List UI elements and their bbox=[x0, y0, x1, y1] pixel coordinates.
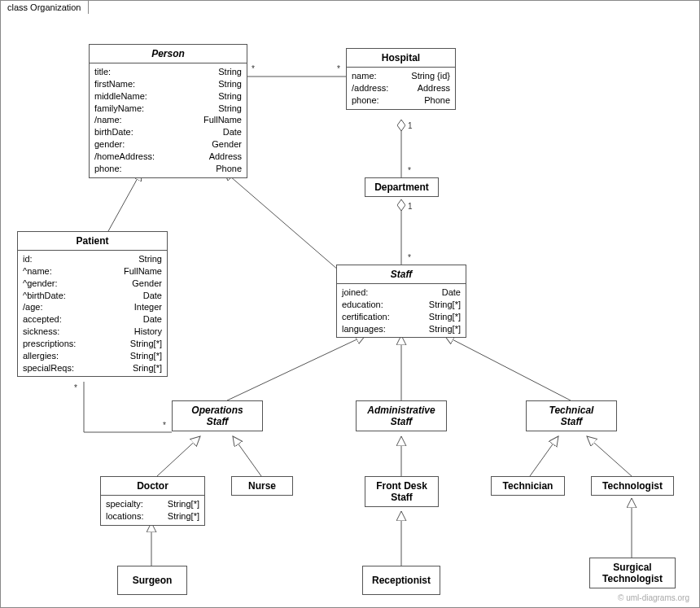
class-nurse-name: Nurse bbox=[232, 477, 292, 495]
svg-line-10 bbox=[157, 436, 200, 476]
attr-row: specialty:String[*] bbox=[106, 498, 199, 510]
class-patient-name: Patient bbox=[18, 232, 167, 251]
attr-row: /homeAddress:Address bbox=[94, 151, 242, 163]
mult-person-hospital-right: * bbox=[337, 64, 340, 73]
attr-row: locations:String[*] bbox=[106, 510, 199, 523]
watermark: © uml-diagrams.org bbox=[618, 593, 689, 602]
class-nurse: Nurse bbox=[231, 476, 293, 496]
class-operations-staff: OperationsStaff bbox=[172, 400, 263, 431]
diagram-frame: class Organization bbox=[0, 0, 700, 608]
class-front-desk-staff-name: Front DeskStaff bbox=[365, 477, 438, 506]
svg-line-3 bbox=[108, 171, 142, 231]
svg-line-4 bbox=[224, 171, 344, 275]
attr-row: name:String {id} bbox=[352, 70, 450, 82]
attr-row: allergies:String[*] bbox=[23, 350, 162, 362]
class-technician: Technician bbox=[491, 476, 565, 496]
class-hospital-name: Hospital bbox=[347, 49, 455, 68]
class-hospital: Hospital name:String {id}/address:Addres… bbox=[346, 48, 456, 110]
svg-line-11 bbox=[233, 436, 261, 476]
attr-row: ^name:FullName bbox=[23, 265, 162, 278]
attr-row: ^gender:Gender bbox=[23, 278, 162, 290]
class-doctor: Doctor specialty:String[*]locations:Stri… bbox=[100, 476, 205, 526]
class-doctor-name: Doctor bbox=[101, 477, 204, 496]
attr-row: ^birthDate:Date bbox=[23, 290, 162, 302]
class-surgeon: Surgeon bbox=[117, 566, 187, 595]
attr-row: joined:Date bbox=[342, 287, 461, 299]
attr-row: birthDate:Date bbox=[94, 126, 242, 138]
attr-row: prescriptions:String[*] bbox=[23, 338, 162, 350]
mult-dept-staff-top: 1 bbox=[408, 202, 413, 211]
mult-hospital-dept-bottom: * bbox=[408, 166, 411, 175]
class-surgical-technologist-name: SurgicalTechnologist bbox=[590, 558, 675, 588]
attr-row: middleName:String bbox=[94, 90, 242, 103]
class-staff-attrs: joined:Dateeducation:String[*]certificat… bbox=[337, 284, 466, 337]
svg-line-7 bbox=[444, 335, 571, 400]
class-technologist: Technologist bbox=[591, 476, 674, 496]
attr-row: accepted:Date bbox=[23, 313, 162, 326]
class-administrative-staff: AdministrativeStaff bbox=[356, 400, 447, 431]
class-hospital-attrs: name:String {id}/address:Addressphone:Ph… bbox=[347, 68, 455, 109]
class-patient: Patient id:String^name:FullName^gender:G… bbox=[17, 231, 168, 377]
attr-row: firstName:String bbox=[94, 78, 242, 90]
class-surgical-technologist: SurgicalTechnologist bbox=[589, 558, 676, 588]
svg-line-13 bbox=[530, 436, 558, 476]
class-technical-staff: TechnicalStaff bbox=[526, 400, 617, 431]
class-technician-name: Technician bbox=[492, 477, 564, 495]
class-department-name: Department bbox=[365, 178, 438, 196]
class-person: Person title:StringfirstName:Stringmiddl… bbox=[89, 44, 247, 178]
class-doctor-attrs: specialty:String[*]locations:String[*] bbox=[101, 496, 204, 525]
attr-row: languages:String[*] bbox=[342, 323, 461, 335]
class-person-attrs: title:StringfirstName:StringmiddleName:S… bbox=[90, 63, 247, 177]
svg-line-5 bbox=[227, 335, 365, 400]
class-patient-attrs: id:String^name:FullName^gender:Gender^bi… bbox=[18, 251, 167, 376]
class-technologist-name: Technologist bbox=[592, 477, 673, 495]
class-department: Department bbox=[365, 177, 439, 197]
attr-row: gender:Gender bbox=[94, 138, 242, 151]
mult-person-hospital-left: * bbox=[252, 64, 255, 73]
attr-row: sickness:History bbox=[23, 326, 162, 338]
frame-title: class Organization bbox=[0, 0, 89, 14]
attr-row: id:String bbox=[23, 253, 162, 265]
class-administrative-staff-name: AdministrativeStaff bbox=[357, 401, 446, 431]
mult-patient-ops-left: * bbox=[74, 383, 77, 392]
attr-row: specialReqs:Sring[*] bbox=[23, 362, 162, 374]
attr-row: /name:FullName bbox=[94, 114, 242, 126]
attr-row: education:String[*] bbox=[342, 299, 461, 311]
class-front-desk-staff: Front DeskStaff bbox=[365, 476, 439, 507]
class-receptionist-name: Receptionist bbox=[363, 566, 440, 594]
class-person-name: Person bbox=[90, 45, 247, 63]
attr-row: /address:Address bbox=[352, 82, 450, 94]
attr-row: phone:Phone bbox=[352, 94, 450, 107]
attr-row: /age:Integer bbox=[23, 301, 162, 313]
mult-patient-ops-right: * bbox=[163, 421, 166, 430]
attr-row: title:String bbox=[94, 66, 242, 78]
mult-dept-staff-bottom: * bbox=[408, 253, 411, 262]
class-operations-staff-name: OperationsStaff bbox=[173, 401, 262, 431]
attr-row: familyName:String bbox=[94, 103, 242, 115]
attr-row: certification:String[*] bbox=[342, 311, 461, 323]
class-staff-name: Staff bbox=[337, 265, 466, 284]
mult-hospital-dept-top: 1 bbox=[408, 121, 413, 130]
class-surgeon-name: Surgeon bbox=[118, 566, 186, 594]
svg-line-14 bbox=[587, 436, 632, 476]
class-technical-staff-name: TechnicalStaff bbox=[527, 401, 616, 431]
class-receptionist: Receptionist bbox=[362, 566, 440, 595]
attr-row: phone:Phone bbox=[94, 163, 242, 175]
class-staff: Staff joined:Dateeducation:String[*]cert… bbox=[336, 265, 466, 338]
